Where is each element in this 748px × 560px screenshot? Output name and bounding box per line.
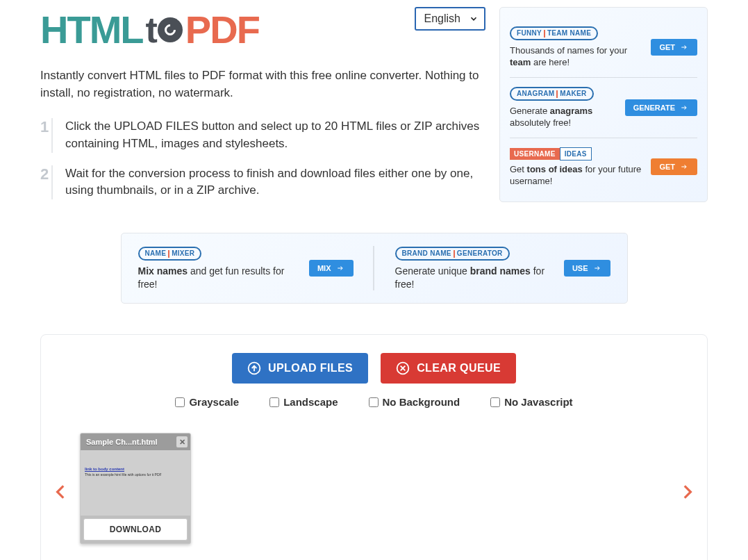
ad-cta-button[interactable]: MIX xyxy=(309,260,354,277)
no-javascript-checkbox[interactable]: No Javascript xyxy=(490,396,572,408)
grayscale-checkbox[interactable]: Grayscale xyxy=(175,396,239,408)
instruction-step: 1 Click the UPLOAD FILES button and sele… xyxy=(40,118,485,152)
ad-item: NAMEMIXER Mix names and get fun results … xyxy=(138,246,374,291)
convert-icon xyxy=(158,17,183,42)
chevron-left-icon xyxy=(52,478,70,506)
ad-item: BRAND NAMEGENERATOR Generate unique bran… xyxy=(395,246,610,291)
upload-icon xyxy=(247,361,261,375)
arrow-right-icon xyxy=(335,265,345,272)
ad-cta-button[interactable]: GENERATE xyxy=(625,99,697,116)
instruction-step: 2 Wait for the conversion process to fin… xyxy=(40,165,485,199)
arrow-right-icon xyxy=(679,44,689,51)
file-thumbnail: Sample Ch...nt.html ✕ link to body conte… xyxy=(80,433,191,544)
landscape-checkbox[interactable]: Landscape xyxy=(269,396,338,408)
ad-cta-button[interactable]: GET xyxy=(651,158,697,175)
ad-item: ANAGRAMMAKER Generate anagrams absolutel… xyxy=(510,78,697,138)
sidebar-ads: FUNNYTEAM NAME Thousands of names for yo… xyxy=(499,7,708,202)
arrow-right-icon xyxy=(679,163,689,170)
ad-item: FUNNYTEAM NAME Thousands of names for yo… xyxy=(510,17,697,78)
file-carousel: Sample Ch...nt.html ✕ link to body conte… xyxy=(53,433,695,551)
no-background-checkbox[interactable]: No Background xyxy=(369,396,460,408)
carousel-prev-button[interactable] xyxy=(49,475,73,509)
close-icon: ✕ xyxy=(179,438,185,447)
file-name: Sample Ch...nt.html xyxy=(86,438,158,446)
ad-cta-button[interactable]: GET xyxy=(651,39,697,56)
upload-files-button[interactable]: UPLOAD FILES xyxy=(232,353,368,384)
arrow-right-icon xyxy=(592,265,602,272)
remove-file-button[interactable]: ✕ xyxy=(176,436,188,447)
page-description: Instantly convert HTML files to PDF form… xyxy=(40,67,485,101)
clear-icon xyxy=(396,361,410,375)
file-preview: link to body content This is an example … xyxy=(81,450,190,516)
mid-ad-banner: NAMEMIXER Mix names and get fun results … xyxy=(121,233,628,304)
ad-item: USERNAMEIDEAS Get tons of ideas for your… xyxy=(510,138,697,196)
arrow-right-icon xyxy=(679,104,689,111)
carousel-next-button[interactable] xyxy=(675,475,699,509)
chevron-right-icon xyxy=(678,478,696,506)
download-file-button[interactable]: DOWNLOAD xyxy=(83,518,188,541)
converter-panel: UPLOAD FILES CLEAR QUEUE Grayscale Lands… xyxy=(40,334,708,560)
site-logo: HTML t PDF xyxy=(40,7,259,52)
ad-cta-button[interactable]: USE xyxy=(564,260,610,277)
language-select[interactable]: English xyxy=(415,7,485,31)
clear-queue-button[interactable]: CLEAR QUEUE xyxy=(381,353,516,384)
